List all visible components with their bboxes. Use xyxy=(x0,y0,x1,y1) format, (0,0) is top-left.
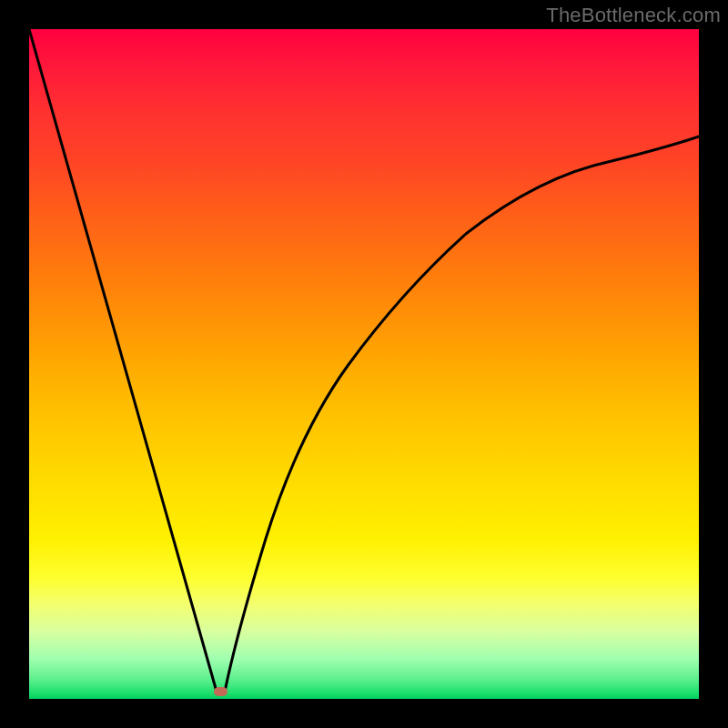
plot-area xyxy=(29,29,699,699)
chart-frame: TheBottleneck.com xyxy=(0,0,728,728)
minimum-marker xyxy=(214,687,228,696)
bottleneck-curve xyxy=(29,29,699,699)
curve-right-branch xyxy=(225,136,699,692)
curve-left-branch xyxy=(29,29,217,692)
watermark-text: TheBottleneck.com xyxy=(546,4,721,27)
